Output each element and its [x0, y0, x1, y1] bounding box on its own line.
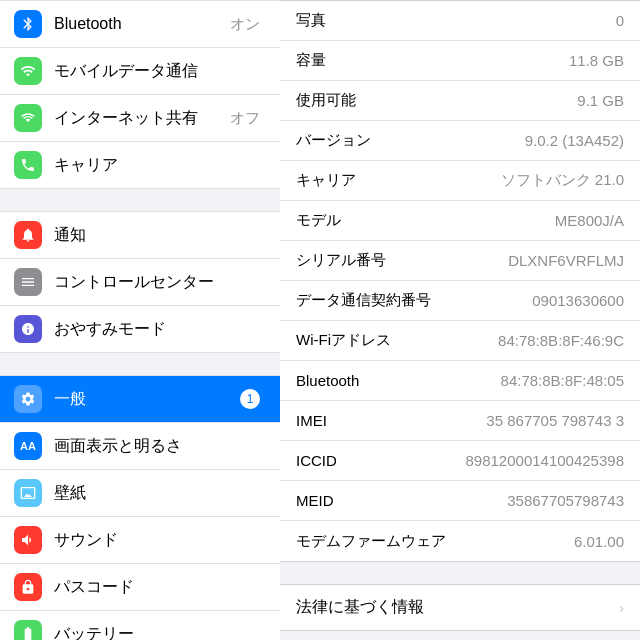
info-label-model: モデル — [296, 211, 341, 230]
passcode-icon — [14, 573, 42, 601]
info-label-modem: モデムファームウェア — [296, 532, 446, 551]
info-row-bluetooth: Bluetooth 84:78:8B:8F:48:05 — [280, 361, 640, 401]
info-value-model: ME800J/A — [555, 212, 624, 229]
info-row-imei: IMEI 35 867705 798743 3 — [280, 401, 640, 441]
info-value-modem: 6.01.00 — [574, 533, 624, 550]
info-value-iccid: 8981200014100425398 — [465, 452, 624, 469]
control-center-icon — [14, 268, 42, 296]
device-info-group: 写真 0 容量 11.8 GB 使用可能 9.1 GB バージョン 9.0.2 … — [280, 0, 640, 562]
sidebar-item-passcode-label: パスコード — [54, 577, 266, 598]
detail-panel: 写真 0 容量 11.8 GB 使用可能 9.1 GB バージョン 9.0.2 … — [280, 0, 640, 640]
sidebar-item-control-center-label: コントロールセンター — [54, 272, 266, 293]
info-row-carrier: キャリア ソフトバンク 21.0 — [280, 161, 640, 201]
battery-icon — [14, 620, 42, 640]
info-value-meid: 35867705798743 — [507, 492, 624, 509]
info-row-modem: モデムファームウェア 6.01.00 — [280, 521, 640, 561]
info-label-carrier: キャリア — [296, 171, 356, 190]
info-row-serial: シリアル番号 DLXNF6VRFLMJ — [280, 241, 640, 281]
legal-info-label: 法律に基づく情報 — [296, 597, 424, 618]
sidebar-item-control-center[interactable]: コントロールセンター — [0, 259, 280, 306]
sounds-icon — [14, 526, 42, 554]
sidebar-item-carrier[interactable]: キャリア — [0, 142, 280, 189]
sidebar-item-bluetooth-label: Bluetooth — [54, 15, 230, 33]
info-row-available: 使用可能 9.1 GB — [280, 81, 640, 121]
info-row-photos: 写真 0 — [280, 1, 640, 41]
sidebar-item-battery[interactable]: バッテリー — [0, 611, 280, 640]
sidebar-group-connectivity: Bluetooth オン モバイルデータ通信 インターネット共有 オフ キャリア — [0, 0, 280, 189]
sidebar-item-do-not-disturb[interactable]: おやすみモード — [0, 306, 280, 353]
settings-sidebar: Bluetooth オン モバイルデータ通信 インターネット共有 オフ キャリア — [0, 0, 280, 640]
info-value-serial: DLXNF6VRFLMJ — [508, 252, 624, 269]
sidebar-group-general: 一般 1 AA 画面表示と明るさ 壁紙 サウンド パスコード — [0, 375, 280, 640]
info-label-bluetooth: Bluetooth — [296, 372, 359, 389]
info-value-capacity: 11.8 GB — [569, 52, 624, 69]
sidebar-item-display[interactable]: AA 画面表示と明るさ — [0, 423, 280, 470]
info-value-bluetooth: 84:78:8B:8F:48:05 — [501, 372, 624, 389]
sidebar-item-do-not-disturb-label: おやすみモード — [54, 319, 266, 340]
notifications-icon — [14, 221, 42, 249]
sidebar-item-sounds-label: サウンド — [54, 530, 266, 551]
sidebar-item-notifications-label: 通知 — [54, 225, 266, 246]
sidebar-item-carrier-label: キャリア — [54, 155, 266, 176]
info-label-serial: シリアル番号 — [296, 251, 386, 270]
info-label-photos: 写真 — [296, 11, 326, 30]
info-value-version: 9.0.2 (13A452) — [525, 132, 624, 149]
general-icon — [14, 385, 42, 413]
sidebar-item-wallpaper[interactable]: 壁紙 — [0, 470, 280, 517]
sidebar-item-mobile-data[interactable]: モバイルデータ通信 — [0, 48, 280, 95]
sidebar-item-display-label: 画面表示と明るさ — [54, 436, 266, 457]
sidebar-item-passcode[interactable]: パスコード — [0, 564, 280, 611]
info-label-available: 使用可能 — [296, 91, 356, 110]
info-value-wifi: 84:78:8B:8F:46:9C — [498, 332, 624, 349]
wallpaper-icon — [14, 479, 42, 507]
legal-info-row[interactable]: 法律に基づく情報 › — [280, 584, 640, 631]
sidebar-item-wallpaper-label: 壁紙 — [54, 483, 266, 504]
bluetooth-icon — [14, 10, 42, 38]
info-label-wifi: Wi-Fiアドレス — [296, 331, 391, 350]
sidebar-item-mobile-data-label: モバイルデータ通信 — [54, 61, 266, 82]
info-label-meid: MEID — [296, 492, 334, 509]
info-label-version: バージョン — [296, 131, 371, 150]
info-row-wifi: Wi-Fiアドレス 84:78:8B:8F:46:9C — [280, 321, 640, 361]
info-label-iccid: ICCID — [296, 452, 337, 469]
carrier-icon — [14, 151, 42, 179]
sidebar-item-hotspot-value: オフ — [230, 109, 260, 128]
info-row-capacity: 容量 11.8 GB — [280, 41, 640, 81]
sidebar-item-bluetooth[interactable]: Bluetooth オン — [0, 0, 280, 48]
display-icon: AA — [14, 432, 42, 460]
sidebar-item-general-label: 一般 — [54, 389, 240, 410]
sidebar-group-notifications: 通知 コントロールセンター おやすみモード — [0, 211, 280, 353]
info-value-photos: 0 — [616, 12, 624, 29]
sidebar-item-bluetooth-value: オン — [230, 15, 260, 34]
general-badge: 1 — [240, 389, 260, 409]
info-row-meid: MEID 35867705798743 — [280, 481, 640, 521]
info-row-iccid: ICCID 8981200014100425398 — [280, 441, 640, 481]
sidebar-item-battery-label: バッテリー — [54, 624, 266, 641]
sidebar-item-hotspot[interactable]: インターネット共有 オフ — [0, 95, 280, 142]
legal-chevron-icon: › — [619, 600, 624, 616]
info-value-data-contract: 09013630600 — [532, 292, 624, 309]
sidebar-item-general[interactable]: 一般 1 — [0, 375, 280, 423]
info-row-model: モデル ME800J/A — [280, 201, 640, 241]
mobile-data-icon — [14, 57, 42, 85]
info-row-data-contract: データ通信契約番号 09013630600 — [280, 281, 640, 321]
info-label-capacity: 容量 — [296, 51, 326, 70]
info-value-imei: 35 867705 798743 3 — [486, 412, 624, 429]
info-value-available: 9.1 GB — [577, 92, 624, 109]
info-label-data-contract: データ通信契約番号 — [296, 291, 431, 310]
info-value-carrier: ソフトバンク 21.0 — [501, 171, 624, 190]
info-row-version: バージョン 9.0.2 (13A452) — [280, 121, 640, 161]
info-label-imei: IMEI — [296, 412, 327, 429]
sidebar-item-sounds[interactable]: サウンド — [0, 517, 280, 564]
sidebar-item-notifications[interactable]: 通知 — [0, 211, 280, 259]
sidebar-item-hotspot-label: インターネット共有 — [54, 108, 230, 129]
do-not-disturb-icon — [14, 315, 42, 343]
hotspot-icon — [14, 104, 42, 132]
